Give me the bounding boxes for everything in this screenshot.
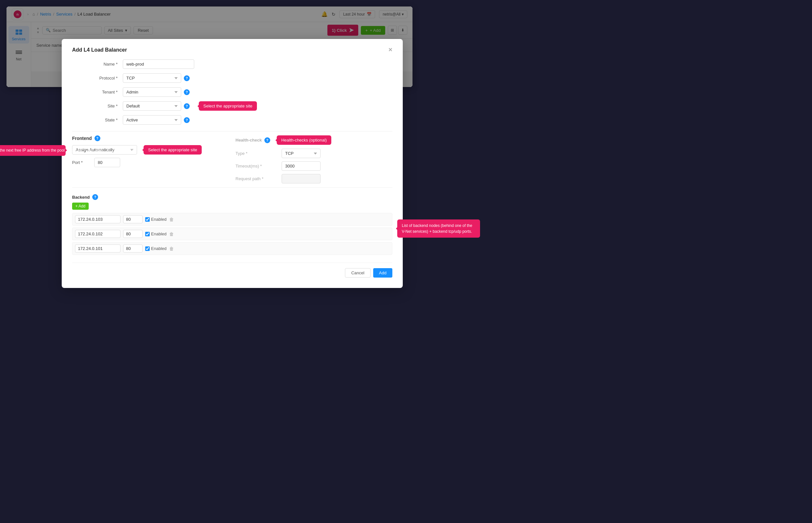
cancel-button[interactable]: Cancel xyxy=(345,268,370,277)
backend-add-button[interactable]: + Add xyxy=(72,202,89,210)
add-lb-dialog: Add L4 Load Balancer ✕ Name * Protocol *… xyxy=(62,39,403,288)
backends-callout: List of backend nodes (behind one of the… xyxy=(397,219,480,238)
name-label: Name * xyxy=(72,62,118,67)
hc-request-path-label: Request path * xyxy=(235,176,278,181)
port-input[interactable] xyxy=(94,158,120,167)
dialog-title-row: Add L4 Load Balancer ✕ xyxy=(72,47,392,53)
backend-help-icon[interactable]: ? xyxy=(92,194,98,200)
tenant-label: Tenant * xyxy=(72,90,118,94)
backend-port-3[interactable] xyxy=(123,245,143,253)
name-input[interactable] xyxy=(123,59,194,69)
backend-checkbox-1[interactable] xyxy=(145,217,150,222)
backend-port-1[interactable] xyxy=(123,215,143,223)
health-check-form: Type * TCP Timeout(ms) * Request path * xyxy=(235,149,392,183)
tenant-field-wrapper: Admin ? xyxy=(123,87,392,97)
backend-checkbox-2[interactable] xyxy=(145,232,150,236)
dialog-footer: Cancel Add xyxy=(72,263,392,277)
backend-row-2: Enabled 🗑 xyxy=(72,228,392,240)
backend-port-2[interactable] xyxy=(123,230,143,238)
form-divider-1 xyxy=(72,131,392,131)
health-check-title: Health-check xyxy=(235,138,262,143)
backend-checkbox-3[interactable] xyxy=(145,247,150,251)
protocol-select[interactable]: TCP xyxy=(123,73,181,83)
hc-type-select[interactable]: TCP xyxy=(282,149,321,158)
backend-delete-3[interactable]: 🗑 xyxy=(169,246,174,251)
tenant-help-icon[interactable]: ? xyxy=(184,89,190,95)
hc-type-wrapper: TCP xyxy=(282,149,392,158)
form-divider-2 xyxy=(72,187,392,188)
port-label: Port * xyxy=(72,160,92,165)
site-field-wrapper: Default ? Select the appropriate site xyxy=(123,101,392,111)
hc-timeout-label: Timeout(ms) * xyxy=(235,164,278,168)
backend-enabled-3[interactable]: Enabled xyxy=(145,246,166,251)
hc-type-label: Type * xyxy=(235,151,278,156)
ip-assign-callout: Netris to pick the next free IP address … xyxy=(0,145,66,156)
backend-ip-1[interactable] xyxy=(75,215,121,223)
backend-rows-wrapper: List of backend nodes (behind one of the… xyxy=(72,213,392,255)
hc-timeout-input[interactable] xyxy=(282,161,321,171)
hc-request-path-input[interactable] xyxy=(282,174,321,183)
backend-enabled-2[interactable]: Enabled xyxy=(145,232,166,236)
frontend-section: Frontend ? Netris to pick the next free … xyxy=(72,136,229,183)
select-site-callout: Select the appropriate site xyxy=(199,101,257,111)
state-label: State * xyxy=(72,118,118,122)
protocol-help-icon[interactable]: ? xyxy=(184,75,190,81)
name-field-wrapper xyxy=(123,59,392,69)
state-field-wrapper: Active ? xyxy=(123,115,392,125)
two-col-section: Frontend ? Netris to pick the next free … xyxy=(72,136,392,183)
backend-delete-1[interactable]: 🗑 xyxy=(169,217,174,222)
backend-delete-2[interactable]: 🗑 xyxy=(169,232,174,237)
frontend-help-icon[interactable]: ? xyxy=(94,136,100,141)
tenant-select[interactable]: Admin xyxy=(123,87,181,97)
backend-row-3: Enabled 🗑 xyxy=(72,242,392,255)
protocol-field-wrapper: TCP ? xyxy=(123,73,392,83)
dialog-top-form: Name * Protocol * TCP ? Tenant * A xyxy=(72,59,392,125)
site-help-icon[interactable]: ? xyxy=(184,103,190,109)
health-check-help-icon[interactable]: ? xyxy=(264,137,270,143)
backend-section: Backend ? + Add List of backend nodes (b… xyxy=(72,194,392,255)
backend-ip-2[interactable] xyxy=(75,230,121,238)
frontend-site-callout: Select the appropriate site xyxy=(144,145,202,155)
health-checks-callout: Health-checks (optional) xyxy=(277,136,331,145)
state-select[interactable]: Active xyxy=(123,115,181,125)
backend-ip-3[interactable] xyxy=(75,245,121,253)
health-check-section: Health-check ? Health-checks (optional) … xyxy=(235,136,392,183)
frontend-section-title: Frontend xyxy=(72,136,92,141)
state-help-icon[interactable]: ? xyxy=(184,117,190,123)
dialog-title-text: Add L4 Load Balancer xyxy=(72,47,127,53)
dialog-close-button[interactable]: ✕ xyxy=(388,47,392,53)
site-select[interactable]: Default xyxy=(123,101,181,111)
backend-enabled-1[interactable]: Enabled xyxy=(145,217,166,222)
backend-row-1: Enabled 🗑 xyxy=(72,213,392,226)
protocol-label: Protocol * xyxy=(72,76,118,80)
site-label: Site * xyxy=(72,104,118,108)
dialog-add-button[interactable]: Add xyxy=(373,268,392,277)
backend-section-title: Backend xyxy=(72,195,90,200)
